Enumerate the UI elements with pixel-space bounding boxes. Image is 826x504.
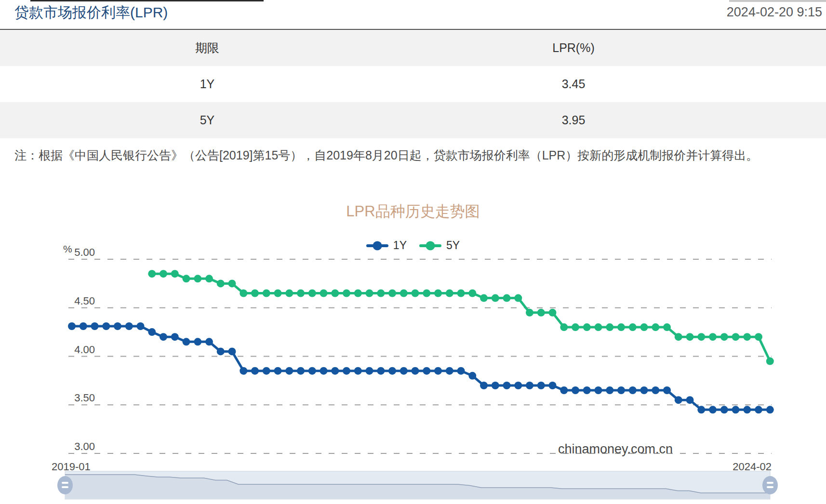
data-point-5y	[709, 333, 717, 341]
data-point-5y	[675, 333, 682, 341]
data-point-1y	[617, 386, 625, 394]
data-point-5y	[251, 290, 259, 297]
data-point-5y	[480, 294, 488, 302]
data-point-5y	[640, 323, 648, 331]
data-point-1y	[194, 338, 201, 345]
data-point-5y	[560, 323, 568, 331]
x-axis-label-end: 2024-02	[733, 461, 772, 473]
data-point-5y	[354, 290, 362, 297]
slider-handle-right[interactable]	[762, 476, 778, 494]
data-point-1y	[434, 367, 442, 375]
data-point-5y	[492, 294, 499, 302]
data-point-5y	[663, 323, 671, 331]
data-point-5y	[148, 270, 156, 278]
data-point-5y	[377, 290, 385, 297]
data-point-5y	[320, 290, 328, 297]
data-point-5y	[285, 290, 293, 297]
data-point-1y	[606, 386, 613, 394]
data-point-1y	[743, 406, 751, 413]
data-point-1y	[114, 322, 121, 330]
data-point-5y	[526, 309, 533, 317]
data-point-5y	[503, 294, 511, 302]
data-point-1y	[537, 382, 545, 389]
data-point-5y	[595, 323, 602, 331]
data-point-5y	[686, 333, 694, 341]
data-point-5y	[205, 275, 213, 282]
series-lines	[68, 270, 774, 413]
data-point-5y	[160, 270, 167, 278]
data-point-1y	[560, 386, 568, 394]
data-point-5y	[331, 290, 339, 297]
data-point-5y	[755, 333, 762, 341]
data-point-1y	[366, 367, 373, 375]
data-point-5y	[194, 275, 201, 282]
data-point-5y	[617, 323, 625, 331]
data-point-1y	[640, 386, 648, 394]
legend-item-5y[interactable]: 5Y	[419, 239, 460, 252]
data-point-1y	[446, 367, 453, 375]
data-point-1y	[343, 367, 350, 375]
data-point-1y	[526, 382, 533, 389]
legend-item-1y[interactable]: 1Y	[366, 239, 407, 252]
data-point-1y	[755, 406, 762, 413]
data-point-5y	[549, 309, 557, 317]
data-point-1y	[137, 322, 145, 330]
data-point-5y	[720, 333, 728, 341]
data-point-1y	[91, 322, 99, 330]
data-point-1y	[68, 322, 76, 330]
data-point-5y	[629, 323, 637, 331]
data-point-1y	[263, 367, 270, 375]
data-point-5y	[274, 290, 282, 297]
data-point-5y	[457, 290, 465, 297]
data-zoom-slider[interactable]	[57, 471, 778, 499]
data-point-1y	[354, 367, 362, 375]
data-point-1y	[400, 367, 408, 375]
data-point-1y	[732, 406, 740, 413]
data-point-1y	[686, 396, 694, 404]
lpr-page: 贷款市场报价利率(LPR) 2024-02-20 9:15 期限 LPR(%) …	[0, 0, 826, 504]
data-point-1y	[251, 367, 259, 375]
slider-handle-left[interactable]	[57, 476, 73, 494]
data-point-5y	[446, 290, 453, 297]
data-point-1y	[652, 386, 659, 394]
data-point-1y	[125, 322, 133, 330]
data-point-5y	[514, 294, 522, 302]
data-point-5y	[412, 290, 419, 297]
data-point-5y	[583, 323, 591, 331]
data-point-5y	[743, 333, 751, 341]
data-point-5y	[732, 333, 740, 341]
data-point-1y	[468, 372, 476, 380]
data-point-1y	[205, 338, 213, 345]
data-point-1y	[492, 382, 499, 389]
data-point-1y	[720, 406, 728, 413]
data-point-5y	[434, 290, 442, 297]
data-point-5y	[183, 275, 190, 282]
data-point-1y	[148, 328, 156, 336]
data-point-1y	[675, 396, 682, 404]
data-point-5y	[297, 290, 305, 297]
legend-label-5y: 5Y	[446, 239, 460, 252]
data-point-5y	[766, 358, 774, 365]
data-point-1y	[503, 382, 511, 389]
data-point-1y	[240, 367, 247, 375]
data-point-1y	[549, 382, 557, 389]
legend-marker-1y	[366, 244, 388, 247]
data-point-5y	[468, 290, 476, 297]
data-point-1y	[377, 367, 385, 375]
data-point-5y	[606, 323, 613, 331]
data-point-5y	[537, 309, 545, 317]
data-point-1y	[228, 347, 236, 355]
data-point-1y	[102, 322, 110, 330]
data-point-1y	[388, 367, 396, 375]
data-point-5y	[572, 323, 579, 331]
data-point-5y	[240, 290, 247, 297]
watermark: chinamoney.com.cn	[558, 442, 673, 456]
data-point-1y	[766, 406, 774, 413]
data-point-1y	[80, 322, 87, 330]
data-point-1y	[629, 386, 637, 394]
data-point-1y	[514, 382, 522, 389]
data-point-5y	[423, 290, 430, 297]
data-point-1y	[423, 367, 430, 375]
data-point-1y	[171, 333, 179, 341]
data-point-5y	[388, 290, 396, 297]
